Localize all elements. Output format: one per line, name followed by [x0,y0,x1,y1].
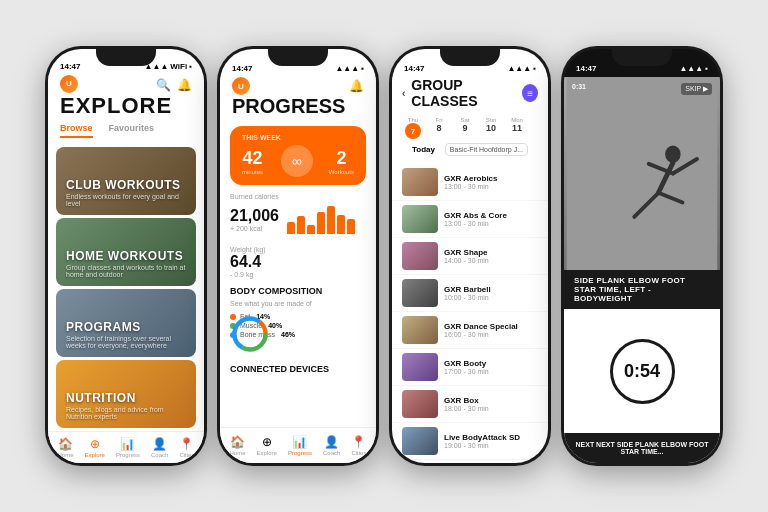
bar-5 [327,206,335,235]
day-thu[interactable]: Thu 7 [402,117,424,139]
calories-label: Burned calories [230,193,366,200]
bottom-nav-2: 🏠Home ⊕Explore 📊Progress 👤Coach 📍Cities [220,427,376,463]
class-thumb-shape [402,242,438,270]
location-select[interactable]: Basic-Fit Hoofddorp J... [445,143,528,156]
home-icon: 🏠 [58,437,73,451]
class-time-box: 18:00 - 30 min [444,405,538,412]
donut-chart [230,314,270,354]
menu-item-programs[interactable]: PROGRAMS Selection of trainings over sev… [56,289,196,357]
class-abs[interactable]: GXR Abs & Core 13:00 - 30 min [392,201,548,238]
explore-tabs: Browse Favourites [60,123,192,138]
class-booty[interactable]: GXR Booty 17:00 - 30 min [392,349,548,386]
class-thumb-barbell [402,279,438,307]
class-name-booty: GXR Booty [444,359,538,368]
classes-list: GXR Aerobics 13:00 - 30 min GXR Abs & Co… [392,164,548,463]
status-time-4: 14:47 [576,64,596,73]
class-time-bodyattack: 19:00 - 30 min [444,442,538,449]
day-fri[interactable]: Fri 8 [428,117,450,139]
calories-val: 21,006 [230,207,279,225]
class-barbell[interactable]: GXR Barbell 10:00 - 30 min [392,275,548,312]
today-row: Today Basic-Fit Hoofddorp J... [402,143,538,160]
nav-home-label: Home [58,452,74,458]
status-time: 14:47 [60,62,80,71]
day-sun[interactable]: Sun 10 [480,117,502,139]
bell-icon[interactable]: 🔔 [177,78,192,92]
nav-coach-1[interactable]: 👤 Coach [151,437,168,458]
nav-cities-1[interactable]: 📍 Cities [179,437,194,458]
nav-progress-label-1: Progress [116,452,140,458]
bar-4 [317,212,325,235]
day-tue[interactable]: Tue 12 [532,117,538,139]
explore-title: EXPLORE [60,93,192,119]
class-thumb-booty [402,353,438,381]
battery-icon: ▪ [189,62,192,71]
class-box[interactable]: GXR Box 18:00 - 30 min [392,386,548,423]
weight-sub: - 0.9 kg [230,271,366,278]
location-icon-2: 📍 [351,435,366,449]
user-avatar-2[interactable]: U [232,77,250,95]
bar-1 [287,222,295,234]
class-time-aerobics: 13:00 - 30 min [444,183,538,190]
nutrition-title: NUTRITION [66,391,186,405]
week-minutes-val: 42 [242,148,263,169]
class-name-dance: GXR Dance Special [444,322,538,331]
coach-icon-2: 👤 [324,435,339,449]
body-comp-section: BODY COMPOSITION See what you are made o… [220,286,376,378]
bone-val: 46% [281,331,295,338]
week-label: THIS WEEK [242,134,354,141]
class-name-barbell: GXR Barbell [444,285,538,294]
class-thumb-bodyattack [402,427,438,455]
nav-explore[interactable]: ⊕ Explore [85,437,105,458]
nav-cities-2[interactable]: 📍Cities [351,435,366,456]
explore-icon: ⊕ [90,437,100,451]
menu-item-nutrition[interactable]: NUTRITION Recipes, blogs and advice from… [56,360,196,428]
filter-icon[interactable]: ≡ [522,84,538,102]
tab-browse[interactable]: Browse [60,123,93,138]
calories-sub: + 200 kcal [230,225,279,232]
nav-coach-2[interactable]: 👤Coach [323,435,340,456]
today-label: Today [412,145,435,154]
phone-explore: 14:47 ▲▲▲ WiFi ▪ U 🔍 🔔 EXPLORE Brow [45,46,207,466]
notch-2 [268,46,328,66]
timer-circle: 0:54 [610,339,675,404]
menu-item-home-workouts[interactable]: HOME WORKOUTS Group classes and workouts… [56,218,196,286]
nav-progress-1[interactable]: 📊 Progress [116,437,140,458]
class-bodyattack[interactable]: Live BodyAttack SD 19:00 - 30 min [392,423,548,460]
class-time-abs: 13:00 - 30 min [444,220,538,227]
notch [96,46,156,66]
class-aerobics[interactable]: GXR Aerobics 13:00 - 30 min [392,164,548,201]
programs-sub: Selection of trainings over several week… [66,335,186,349]
muscle-val: 40% [268,322,282,329]
class-name-bodyattack: Live BodyAttack SD [444,433,538,442]
workout-video: 0:31 SKIP ▶ [564,77,720,270]
nav-home-2[interactable]: 🏠Home [230,435,246,456]
nav-explore-2[interactable]: ⊕Explore [257,435,277,456]
workout-timer-top: 0:31 [572,83,586,95]
progress-icon: 📊 [120,437,135,451]
battery-icon-4: ▪ [705,64,708,73]
user-avatar[interactable]: U [60,75,78,93]
bell-icon-2[interactable]: 🔔 [349,79,364,93]
nav-progress-2[interactable]: 📊Progress [288,435,312,456]
exercise-figure [564,77,720,270]
class-thumb-aerobics [402,168,438,196]
svg-rect-3 [567,77,718,270]
search-icon[interactable]: 🔍 [156,78,171,92]
video-overlay: 0:31 SKIP ▶ [564,77,720,101]
class-time-booty: 17:00 - 30 min [444,368,538,375]
class-shape[interactable]: GXR Shape 14:00 - 30 min [392,238,548,275]
bar-3 [307,225,315,234]
class-dance[interactable]: GXR Dance Special 16:00 - 30 min [392,312,548,349]
menu-item-club-workouts[interactable]: CLUB WORKOUTS Endless workouts for every… [56,147,196,215]
skip-button[interactable]: SKIP ▶ [681,83,712,95]
nav-home-1[interactable]: 🏠 Home [58,437,74,458]
group-header: ‹ GROUP CLASSES ≡ Thu 7 Fri 8 Sat 9 [392,77,548,164]
day-sat[interactable]: Sat 9 [454,117,476,139]
home-workouts-title: HOME WORKOUTS [66,249,186,263]
week-minutes-label: minutes [242,169,263,175]
day-mon[interactable]: Mon 11 [506,117,528,139]
notch-4 [612,46,672,66]
back-icon[interactable]: ‹ [402,88,405,99]
weight-metric: Weight (kg) 64.4 - 0.9 kg [230,246,366,278]
tab-favourites[interactable]: Favourites [109,123,155,138]
